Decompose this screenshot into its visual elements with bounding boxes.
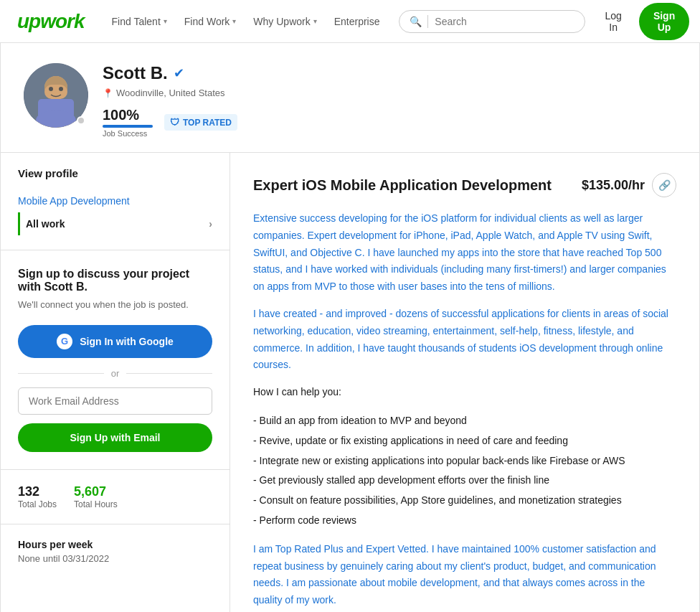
bio-paragraph-1: Extensive success developing for the iOS… bbox=[253, 210, 676, 296]
total-jobs-value: 132 bbox=[18, 484, 57, 499]
sidebar-item-all-work[interactable]: All work › bbox=[18, 212, 212, 235]
sidebar: View profile Mobile App Development All … bbox=[1, 153, 230, 612]
search-bar: 🔍 bbox=[399, 10, 585, 33]
find-talent-chevron-icon: ▾ bbox=[164, 17, 167, 25]
signup-button[interactable]: Sign Up bbox=[639, 3, 689, 40]
bullet-list: - Build an app from ideation to MVP and … bbox=[253, 411, 676, 531]
nav-find-talent[interactable]: Find Talent ▾ bbox=[105, 10, 174, 33]
stats-section: 132 Total Jobs 5,607 Total Hours bbox=[1, 470, 230, 524]
total-hours-label: Total Hours bbox=[74, 499, 118, 509]
bullet-item-1: - Build an app from ideation to MVP and … bbox=[253, 411, 676, 431]
or-line-left bbox=[18, 373, 104, 374]
nav-enterprise[interactable]: Enterprise bbox=[327, 10, 387, 33]
copy-link-button[interactable]: 🔗 bbox=[652, 173, 676, 197]
sidebar-view-profile-title: View profile bbox=[18, 167, 212, 179]
link-icon: 🔗 bbox=[658, 179, 671, 191]
bio-paragraph-3: I am Top Rated Plus and Expert Vetted. I… bbox=[253, 541, 676, 609]
bullet-item-2: - Revive, update or fix existing applica… bbox=[253, 431, 676, 451]
profile-location: 📍 Woodinville, United States bbox=[103, 88, 676, 98]
or-line-right bbox=[126, 373, 212, 374]
email-signup-button[interactable]: Sign Up with Email bbox=[18, 423, 212, 452]
signup-subtitle: We'll connect you when the job is posted… bbox=[18, 298, 212, 312]
upwork-logo[interactable]: upwork bbox=[17, 10, 85, 33]
sidebar-profile-nav: View profile Mobile App Development All … bbox=[1, 153, 230, 250]
avatar-wrap bbox=[24, 63, 88, 128]
bullet-item-3: - Integrate new or existing applications… bbox=[253, 451, 676, 471]
search-divider bbox=[427, 15, 428, 28]
signup-section: Sign up to discuss your project with Sco… bbox=[1, 250, 230, 470]
top-rated-badge: 🛡 TOP RATED bbox=[164, 114, 237, 131]
profile-header: Scott B. ✔ 📍 Woodinville, United States … bbox=[1, 43, 699, 153]
total-hours-value: 5,607 bbox=[74, 484, 118, 499]
job-success: 100% Job Success bbox=[103, 107, 153, 138]
how-label: How I can help you: bbox=[253, 384, 676, 401]
location-pin-icon: 📍 bbox=[103, 88, 113, 98]
hours-per-week-title: Hours per week bbox=[18, 539, 212, 550]
nav-why-upwork[interactable]: Why Upwork ▾ bbox=[246, 10, 323, 33]
content-area: Expert iOS Mobile Application Developmen… bbox=[230, 153, 699, 612]
svg-point-6 bbox=[59, 87, 63, 91]
email-input[interactable] bbox=[18, 387, 212, 415]
job-success-percent: 100% bbox=[103, 107, 139, 123]
google-icon: G bbox=[57, 334, 72, 349]
bio-paragraph-2: I have created - and improved - dozens o… bbox=[253, 306, 676, 374]
why-upwork-chevron-icon: ▾ bbox=[313, 17, 317, 25]
hours-per-week-value: None until 03/31/2022 bbox=[18, 553, 212, 564]
job-success-bar bbox=[103, 125, 153, 128]
login-button[interactable]: Log In bbox=[597, 4, 630, 39]
verified-icon: ✔ bbox=[174, 65, 184, 81]
search-icon: 🔍 bbox=[410, 16, 422, 27]
svg-point-5 bbox=[49, 87, 53, 91]
nav-find-work[interactable]: Find Work ▾ bbox=[177, 10, 244, 33]
total-jobs-stat: 132 Total Jobs bbox=[18, 484, 57, 509]
total-jobs-label: Total Jobs bbox=[18, 499, 57, 509]
job-success-fill bbox=[103, 125, 153, 128]
signup-title: Sign up to discuss your project with Sco… bbox=[18, 268, 212, 293]
online-status-dot bbox=[77, 116, 85, 125]
hours-section: Hours per week None until 03/31/2022 bbox=[1, 524, 230, 578]
bullet-item-5: - Consult on feature possibilities, App … bbox=[253, 491, 676, 511]
shield-icon: 🛡 bbox=[170, 117, 179, 128]
total-hours-stat: 5,607 Total Hours bbox=[74, 484, 118, 509]
bullet-item-6: - Perform code reviews bbox=[253, 511, 676, 531]
job-title: Expert iOS Mobile Application Developmen… bbox=[253, 177, 570, 194]
or-divider: or bbox=[18, 368, 212, 379]
hourly-rate: $135.00/hr bbox=[582, 178, 645, 193]
profile-info: Scott B. ✔ 📍 Woodinville, United States … bbox=[103, 63, 676, 138]
bullet-item-4: - Get previously stalled app development… bbox=[253, 471, 676, 491]
find-work-chevron-icon: ▾ bbox=[232, 17, 236, 25]
profile-bio: Extensive success developing for the iOS… bbox=[253, 210, 676, 612]
all-work-chevron-icon: › bbox=[209, 218, 212, 230]
search-input[interactable] bbox=[435, 16, 574, 27]
google-signin-button[interactable]: G Sign In with Google bbox=[18, 325, 212, 358]
job-success-label: Job Success bbox=[103, 129, 147, 138]
sidebar-item-mobile-app[interactable]: Mobile App Development bbox=[18, 189, 212, 212]
profile-name: Scott B. bbox=[103, 63, 168, 83]
